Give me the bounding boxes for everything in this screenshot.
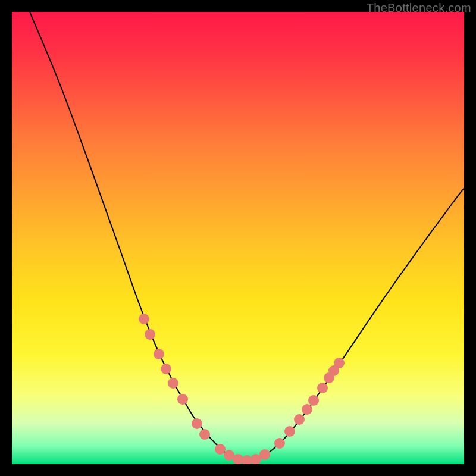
- marker-dot: [215, 444, 226, 455]
- marker-dot: [145, 329, 155, 340]
- marker-dot: [259, 449, 270, 460]
- watermark-text: TheBottleneck.com: [367, 1, 471, 15]
- marker-dot: [317, 383, 328, 393]
- curve-right-curve: [247, 188, 464, 461]
- marker-dot: [274, 438, 285, 449]
- marker-dot: [334, 358, 345, 368]
- marker-dot: [161, 364, 171, 374]
- marker-dot: [294, 414, 305, 425]
- marker-dot: [192, 418, 202, 429]
- marker-dot: [154, 349, 164, 359]
- chart-svg: [12, 12, 464, 464]
- marker-dot: [302, 404, 312, 415]
- marker-dot: [199, 429, 210, 440]
- curve-left-curve: [30, 12, 247, 461]
- marker-dot: [284, 426, 295, 437]
- marker-dot: [177, 394, 188, 405]
- marker-dot: [139, 314, 149, 324]
- marker-dot: [168, 378, 178, 389]
- marker-dot: [308, 395, 319, 406]
- chart-plot-area: [12, 12, 464, 464]
- curve-group: [30, 12, 464, 461]
- marker-group: [139, 314, 345, 464]
